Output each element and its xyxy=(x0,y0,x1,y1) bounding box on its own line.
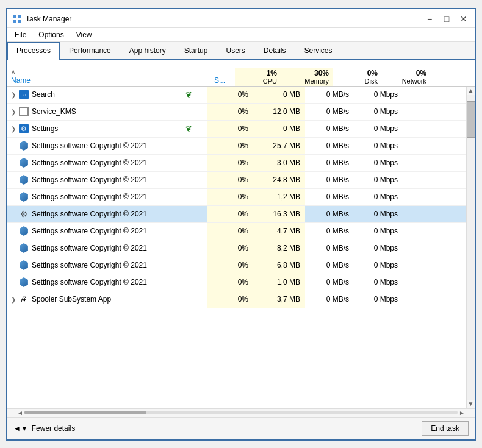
network-pct: 0% xyxy=(416,69,426,77)
row-cpu-value: 0% xyxy=(207,189,253,205)
row-disk-value: 0 MB/s xyxy=(305,257,354,274)
expand-btn[interactable]: ❯ xyxy=(9,107,18,116)
row-memory-value: 25,7 MB xyxy=(253,138,305,154)
tab-details[interactable]: Details xyxy=(254,42,295,59)
expand-btn[interactable]: ❯ xyxy=(9,124,18,133)
row-network-value: 0 Mbps xyxy=(354,206,403,222)
row-name-cell: Settings software Copyright © 2021 xyxy=(7,226,184,236)
row-app-icon xyxy=(18,174,29,185)
menu-bar: File Options View xyxy=(7,28,475,42)
expand-btn xyxy=(9,227,18,235)
col-cpu-header[interactable]: 1% CPU xyxy=(235,68,281,86)
status-bar: ◄▼ Fewer details End task xyxy=(7,417,475,439)
row-cpu-value: 0% xyxy=(207,291,253,308)
tab-processes[interactable]: Processes xyxy=(7,42,60,60)
col-status-header[interactable]: S... xyxy=(212,75,235,86)
row-status-cell: ❦ xyxy=(184,124,207,133)
row-memory-value: 24,8 MB xyxy=(253,172,305,188)
row-cpu-value: 0% xyxy=(207,257,253,274)
table-row[interactable]: Settings software Copyright © 2021 0% 24… xyxy=(7,172,466,189)
horizontal-scrollbar[interactable]: ◄ ► xyxy=(7,408,475,417)
row-app-icon xyxy=(18,140,29,151)
table-row[interactable]: Settings software Copyright © 2021 0% 1,… xyxy=(7,274,466,291)
row-name-cell: Settings software Copyright © 2021 xyxy=(7,260,184,271)
tab-users[interactable]: Users xyxy=(217,42,254,59)
hscroll-thumb[interactable] xyxy=(24,411,146,414)
table-row[interactable]: Settings software Copyright © 2021 0% 25… xyxy=(7,138,466,155)
row-app-icon xyxy=(18,243,29,254)
task-manager-window: Task Manager − □ ✕ File Options View Pro… xyxy=(6,8,476,441)
row-app-icon xyxy=(18,106,29,117)
expand-arrow[interactable]: ❯ xyxy=(11,91,16,98)
row-network-value: 0 Mbps xyxy=(354,189,403,205)
title-controls: − □ ✕ xyxy=(423,13,470,25)
table-row[interactable]: Settings software Copyright © 2021 0% 6,… xyxy=(7,257,466,274)
row-cpu-value: 0% xyxy=(207,138,253,154)
close-button[interactable]: ✕ xyxy=(458,13,470,25)
tab-app-history[interactable]: App history xyxy=(120,42,175,59)
row-app-icon xyxy=(18,226,29,236)
table-row[interactable]: ❯ Service_KMS 0% 12,0 MB 0 MB/s 0 Mbps xyxy=(7,104,466,121)
menu-options[interactable]: Options xyxy=(36,29,66,40)
maximize-button[interactable]: □ xyxy=(441,13,453,25)
expand-arrow[interactable]: ❯ xyxy=(11,296,16,303)
row-status-cell: ❦ xyxy=(184,90,207,99)
row-process-name: Spooler SubSystem App xyxy=(32,295,111,304)
tab-performance[interactable]: Performance xyxy=(60,42,120,59)
tab-services[interactable]: Services xyxy=(295,42,342,59)
fewer-details-label: Fewer details xyxy=(32,424,75,433)
tab-startup[interactable]: Startup xyxy=(175,42,217,59)
table-row[interactable]: ❯ 🖨 Spooler SubSystem App 0% 3,7 MB 0 MB… xyxy=(7,291,466,308)
expand-btn xyxy=(9,176,18,184)
end-task-button[interactable]: End task xyxy=(422,421,469,436)
table-row[interactable]: ❯ ⌕ Search ❦ 0% 0 MB 0 MB/s 0 Mbps xyxy=(7,87,466,104)
menu-file[interactable]: File xyxy=(12,29,29,40)
hscroll-right-btn[interactable]: ► xyxy=(458,410,466,416)
expand-btn[interactable]: ❯ xyxy=(9,90,18,99)
scroll-up-btn[interactable]: ▲ xyxy=(467,87,475,95)
table-row[interactable]: ⚙ Settings software Copyright © 2021 0% … xyxy=(7,206,466,223)
title-bar: Task Manager − □ ✕ xyxy=(7,9,475,28)
svg-rect-0 xyxy=(13,15,16,18)
col-disk-header[interactable]: 0% Disk xyxy=(333,68,381,86)
table-body[interactable]: ❯ ⌕ Search ❦ 0% 0 MB 0 MB/s 0 Mbps ❯ Ser… xyxy=(7,87,466,408)
expand-btn xyxy=(9,141,18,150)
table-row[interactable]: Settings software Copyright © 2021 0% 4,… xyxy=(7,223,466,240)
row-network-value: 0 Mbps xyxy=(354,223,403,240)
window-title: Task Manager xyxy=(26,15,71,23)
row-cpu-value: 0% xyxy=(207,240,253,257)
scroll-track[interactable] xyxy=(467,95,475,400)
sort-arrow: ∧ xyxy=(11,68,208,75)
app-icon xyxy=(12,14,22,24)
col-network-header[interactable]: 0% Network xyxy=(381,68,430,86)
table-row[interactable]: Settings software Copyright © 2021 0% 8,… xyxy=(7,240,466,257)
row-process-name: Settings software Copyright © 2021 xyxy=(32,261,147,269)
vertical-scrollbar[interactable]: ▲ ▼ xyxy=(466,87,475,408)
row-memory-value: 4,7 MB xyxy=(253,223,305,240)
col-memory-header[interactable]: 30% Memory xyxy=(281,68,333,86)
col-name-header[interactable]: ∧ Name xyxy=(7,67,212,86)
row-disk-value: 0 MB/s xyxy=(305,155,354,171)
hscroll-left-btn[interactable]: ◄ xyxy=(16,410,24,416)
scroll-down-btn[interactable]: ▼ xyxy=(467,400,475,408)
row-process-name: Settings xyxy=(32,124,58,133)
minimize-button[interactable]: − xyxy=(423,13,436,25)
table-row[interactable]: Settings software Copyright © 2021 0% 1,… xyxy=(7,189,466,206)
row-app-icon xyxy=(18,277,29,288)
expand-btn[interactable]: ❯ xyxy=(9,295,18,304)
expand-btn xyxy=(9,244,18,252)
table-row[interactable]: Settings software Copyright © 2021 0% 3,… xyxy=(7,155,466,172)
row-cpu-value: 0% xyxy=(207,155,253,171)
row-name-cell: ❯ ⌕ Search xyxy=(7,89,184,100)
table-row[interactable]: ❯ ⚙ Settings ❦ 0% 0 MB 0 MB/s 0 Mbps xyxy=(7,121,466,138)
expand-arrow[interactable]: ❯ xyxy=(11,126,16,132)
hscroll-track[interactable] xyxy=(24,411,458,414)
svg-rect-1 xyxy=(18,15,21,18)
menu-view[interactable]: View xyxy=(74,29,95,40)
fewer-details-button[interactable]: ◄▼ Fewer details xyxy=(13,424,75,433)
row-app-icon: ⚙ xyxy=(18,208,29,219)
expand-arrow[interactable]: ❯ xyxy=(11,108,16,115)
row-disk-value: 0 MB/s xyxy=(305,121,354,137)
scroll-thumb[interactable] xyxy=(467,101,475,138)
row-disk-value: 0 MB/s xyxy=(305,223,354,240)
